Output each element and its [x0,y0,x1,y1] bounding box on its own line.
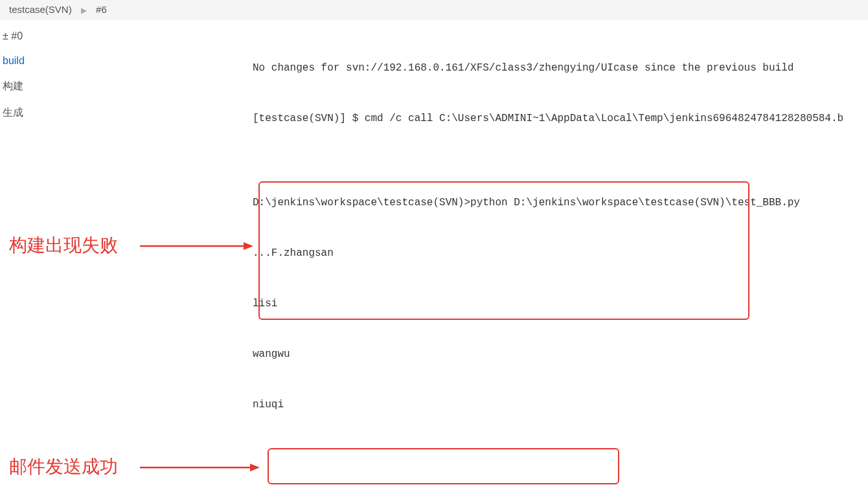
console-line: ...F.zhangsan [253,245,868,262]
annotation-mail-label: 邮件发送成功 [9,455,118,479]
breadcrumb: testcase(SVN) ▶ #6 [0,0,868,19]
sidebar-item-goujian[interactable]: 构建 [0,73,117,100]
console-output: No changes for svn://192.168.0.161/XFS/c… [253,26,868,485]
console-line: No changes for svn://192.168.0.161/XFS/c… [253,60,868,76]
breadcrumb-project[interactable]: testcase(SVN) [9,4,72,15]
annotation-fail-label: 构建出现失败 [9,233,118,258]
sidebar-item-shengcheng[interactable]: 生成 [0,100,117,126]
svg-marker-1 [244,242,253,250]
breadcrumb-build[interactable]: #6 [96,4,107,15]
console-line: [testcase(SVN)] $ cmd /c call C:\Users\A… [253,110,868,127]
sidebar-item-build[interactable]: build [0,49,117,73]
console-line: wangwu [253,346,868,363]
breadcrumb-separator-icon: ▶ [81,6,87,15]
sidebar-item-build-number[interactable]: ± #0 [0,24,117,49]
console-line: niuqi [253,396,868,413]
arrow-icon [140,461,260,474]
arrow-icon [140,240,253,253]
sidebar: ± #0 build 构建 生成 [0,23,117,128]
console-line: lisi [253,295,868,312]
console-line: ========================================… [253,480,868,485]
console-line: D:\jenkins\workspace\testcase(SVN)>pytho… [253,194,868,211]
